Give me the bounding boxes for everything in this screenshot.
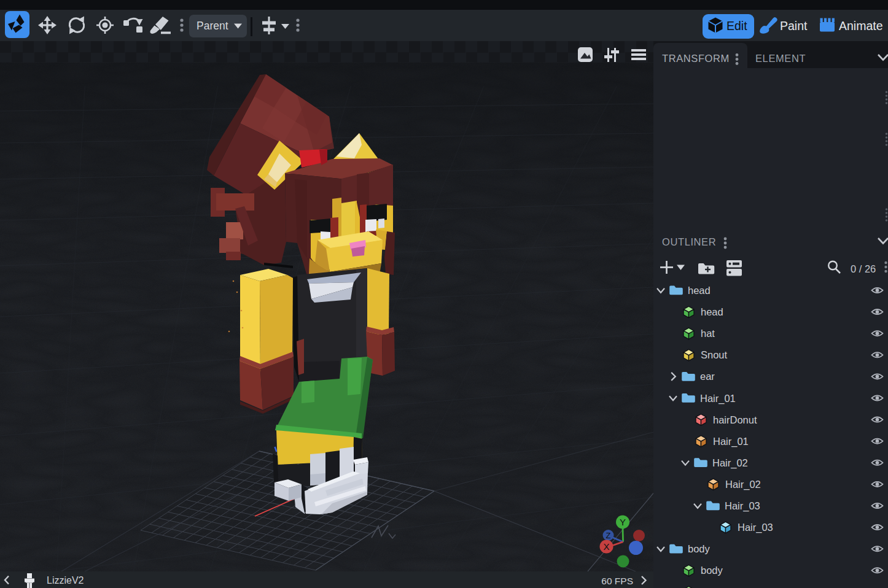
svg-text:Parent: Parent xyxy=(197,20,228,32)
svg-text:Edit: Edit xyxy=(726,19,747,33)
svg-text:OUTLINER: OUTLINER xyxy=(662,236,716,247)
svg-text:Animate: Animate xyxy=(839,19,883,33)
svg-text:Paint: Paint xyxy=(780,19,808,33)
svg-text:Z: Z xyxy=(606,531,611,540)
svg-text:TRANSFORM: TRANSFORM xyxy=(662,53,730,64)
svg-text:ELEMENT: ELEMENT xyxy=(755,53,806,64)
svg-text:60 FPS: 60 FPS xyxy=(601,576,633,586)
svg-text:Y: Y xyxy=(620,517,626,527)
svg-text:Hair_03: Hair_03 xyxy=(738,522,773,533)
svg-text:Hair_02: Hair_02 xyxy=(725,479,761,490)
svg-text:0 / 26: 0 / 26 xyxy=(851,263,876,274)
svg-text:ear: ear xyxy=(700,371,715,382)
svg-text:Hair_02: Hair_02 xyxy=(712,457,748,469)
svg-text:hat: hat xyxy=(701,328,715,339)
svg-text:LizzieV2: LizzieV2 xyxy=(47,575,84,586)
svg-text:head: head xyxy=(688,285,711,296)
svg-text:hairDonut: hairDonut xyxy=(713,414,757,425)
svg-text:body: body xyxy=(688,543,711,554)
svg-text:head: head xyxy=(701,306,723,317)
svg-text:Hair_01: Hair_01 xyxy=(700,393,736,404)
svg-text:Snout: Snout xyxy=(701,349,728,360)
svg-text:body: body xyxy=(701,565,723,576)
svg-text:Hair_03: Hair_03 xyxy=(725,500,760,512)
svg-text:X: X xyxy=(603,541,609,552)
svg-text:Hair_01: Hair_01 xyxy=(713,436,749,447)
